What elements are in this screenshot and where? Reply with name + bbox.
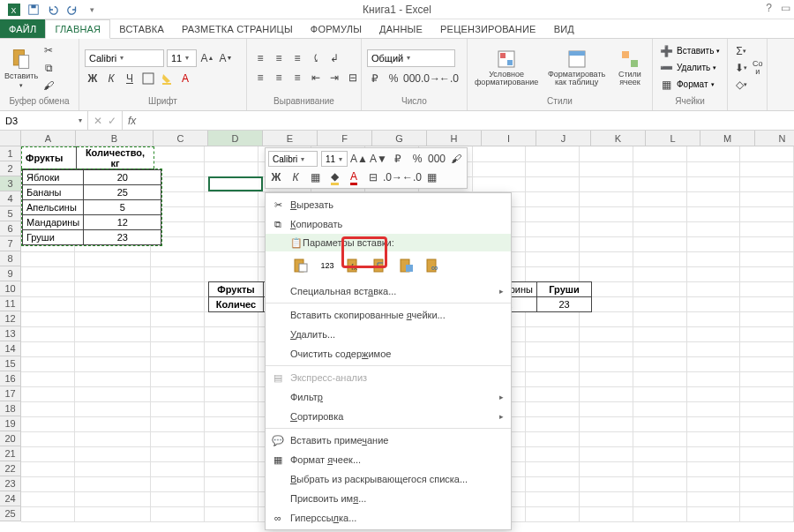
cancel-icon[interactable]: ✕ (94, 115, 102, 127)
cell[interactable]: 12 (84, 215, 161, 230)
row-header[interactable]: 15 (0, 356, 21, 371)
mini-format-painter-icon[interactable]: 🖌 (448, 151, 464, 167)
copy-icon[interactable]: ⧉ (41, 60, 56, 76)
row-header[interactable]: 10 (0, 281, 21, 296)
menu-insert-copied-cells[interactable]: Вставить скопированные ячейки... (266, 305, 511, 325)
cell[interactable]: Количество, кг (77, 147, 154, 169)
menu-clear-contents[interactable]: Очистить содержимое (266, 344, 511, 363)
col-header[interactable]: I (482, 131, 536, 146)
cell[interactable]: Яблоки (23, 170, 84, 185)
cell-styles-button[interactable]: Стили ячеек (613, 48, 647, 88)
row-header[interactable]: 16 (0, 371, 21, 386)
font-color-button[interactable]: A (177, 71, 193, 86)
cell[interactable]: Мандарины (23, 215, 84, 230)
cell[interactable]: Апельсины (23, 200, 84, 215)
row-header[interactable]: 12 (0, 311, 21, 326)
mini-decrease-font-icon[interactable]: A▼ (371, 151, 386, 167)
col-header[interactable]: G (372, 131, 427, 146)
column-headers[interactable]: A B C D E F G H I J K L M N (21, 131, 794, 146)
cell[interactable]: 23 (84, 230, 161, 245)
fill-icon[interactable]: ⬇▾ (733, 60, 749, 76)
select-all-corner[interactable] (0, 131, 21, 146)
cell[interactable]: Груши (537, 282, 592, 297)
col-header[interactable]: B (76, 131, 154, 146)
border-button[interactable] (140, 71, 156, 86)
mini-fill-color-button[interactable]: ◆ (326, 169, 342, 185)
menu-select-from-dropdown[interactable]: Выбрать из раскрывающегося списка... (266, 469, 511, 489)
row-header[interactable]: 14 (0, 341, 21, 356)
tab-formulas[interactable]: ФОРМУЛЫ (302, 19, 371, 38)
row-header[interactable]: 23 (0, 476, 21, 491)
tab-home[interactable]: ГЛАВНАЯ (45, 19, 110, 39)
menu-define-name[interactable]: Присвоить имя... (266, 489, 511, 508)
row-header[interactable]: 7 (0, 236, 21, 251)
paste-option-all[interactable] (290, 255, 311, 276)
menu-hyperlink[interactable]: ∞Гиперссылка... (266, 508, 511, 528)
cell[interactable]: Бананы (23, 185, 84, 200)
format-as-table-button[interactable]: Форматировать как таблицу (547, 48, 606, 88)
row-header[interactable]: 19 (0, 416, 21, 431)
col-header[interactable]: M (700, 131, 755, 146)
insert-cells-button[interactable]: ➕Вставить▾ (658, 43, 720, 59)
row-header[interactable]: 8 (0, 251, 21, 266)
col-header[interactable]: C (154, 131, 208, 146)
row-header[interactable]: 4 (0, 191, 21, 206)
col-header[interactable]: A (21, 131, 76, 146)
col-header[interactable]: J (536, 131, 591, 146)
name-box[interactable]: D3▾ (0, 111, 88, 130)
row-header[interactable]: 6 (0, 221, 21, 236)
menu-cut[interactable]: ✂Вырезать (266, 195, 511, 214)
cell[interactable]: Фрукты (22, 147, 77, 169)
conditional-formatting-button[interactable]: Условное форматирование (473, 48, 540, 88)
row-header[interactable]: 17 (0, 386, 21, 401)
currency-icon[interactable]: ₽ (367, 71, 383, 86)
align-middle-icon[interactable]: ≡ (271, 50, 287, 66)
font-size-select[interactable]: 11▾ (167, 49, 197, 67)
mini-merge-icon[interactable]: ⊟ (365, 169, 381, 185)
tab-review[interactable]: РЕЦЕНЗИРОВАНИЕ (431, 19, 545, 38)
col-header[interactable]: D (208, 131, 263, 146)
mini-decimal-inc-icon[interactable]: .0→ (385, 169, 401, 185)
align-right-icon[interactable]: ≡ (289, 70, 305, 86)
cell[interactable]: Количес (209, 297, 264, 312)
menu-delete[interactable]: Удалить... (266, 325, 511, 344)
row-header[interactable]: 21 (0, 446, 21, 461)
menu-insert-comment[interactable]: 💬Вставить примечание (266, 431, 511, 450)
bold-button[interactable]: Ж (85, 71, 101, 86)
number-format-select[interactable]: Общий▾ (367, 49, 455, 67)
row-header[interactable]: 24 (0, 491, 21, 506)
comma-icon[interactable]: 000 (404, 71, 420, 86)
orientation-icon[interactable]: ⤹ (308, 50, 324, 66)
cell[interactable]: Фрукты (209, 282, 264, 297)
formula-input[interactable] (141, 111, 794, 130)
clear-icon[interactable]: ◇▾ (733, 77, 749, 93)
indent-increase-icon[interactable]: ⇥ (326, 70, 342, 86)
menu-copy[interactable]: ⧉Копировать (266, 214, 511, 234)
tab-data[interactable]: ДАННЫЕ (371, 19, 431, 38)
mini-italic-button[interactable]: К (288, 169, 303, 185)
row-header[interactable]: 3 (0, 176, 21, 191)
cell[interactable]: 25 (84, 185, 161, 200)
mini-number-format-icon[interactable]: ▦ (423, 169, 439, 185)
row-header[interactable]: 13 (0, 326, 21, 341)
cell[interactable]: 5 (84, 200, 161, 215)
mini-currency-icon[interactable]: ₽ (390, 151, 406, 167)
paste-option-transpose[interactable] (370, 255, 391, 276)
decrease-font-icon[interactable]: A▼ (218, 50, 234, 66)
mini-percent-icon[interactable]: % (409, 151, 425, 167)
paste-option-link[interactable]: ∞ (423, 255, 444, 276)
row-header[interactable]: 11 (0, 296, 21, 311)
font-name-select[interactable]: Calibri▾ (85, 49, 164, 67)
paste-option-formatting[interactable] (396, 255, 417, 276)
italic-button[interactable]: К (103, 71, 119, 86)
col-header[interactable]: K (591, 131, 646, 146)
sort-filter-button[interactable]: Со и (753, 48, 763, 88)
enter-icon[interactable]: ✓ (108, 115, 116, 127)
row-header[interactable]: 22 (0, 461, 21, 476)
autosum-icon[interactable]: Σ▾ (733, 43, 749, 59)
increase-decimal-icon[interactable]: .0→ (423, 71, 438, 86)
format-cells-button[interactable]: ▦Формат▾ (658, 77, 720, 93)
menu-format-cells[interactable]: ▦Формат ячеек... (266, 450, 511, 469)
mini-comma-icon[interactable]: 000 (429, 151, 445, 167)
tab-page-layout[interactable]: РАЗМЕТКА СТРАНИЦЫ (173, 19, 302, 38)
